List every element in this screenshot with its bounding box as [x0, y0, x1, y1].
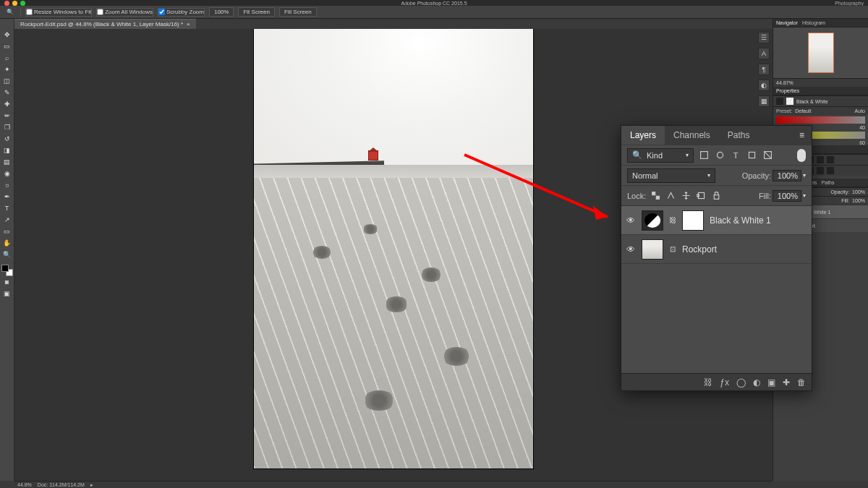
clone-tool[interactable]: ❐ [2, 122, 12, 132]
fit-screen-button[interactable]: Fit Screen [238, 7, 274, 17]
blur-tool[interactable]: ◉ [2, 168, 12, 179]
fill-value[interactable]: 100% [773, 190, 801, 202]
document-tab[interactable]: Rockport-Edit.psd @ 44.8% (Black & White… [14, 19, 196, 29]
layer-mask-thumb[interactable] [682, 210, 704, 231]
layer-name[interactable]: Black & White 1 [710, 215, 771, 226]
status-zoom[interactable]: 44.8% [17, 482, 32, 487]
lock-position-icon[interactable] [681, 191, 691, 201]
hand-tool[interactable]: ✋ [2, 238, 12, 248]
histogram-tab[interactable]: Histogram [802, 20, 825, 25]
navigator-preview[interactable] [773, 27, 868, 78]
link-layers-icon[interactable]: ⛓ [704, 377, 712, 388]
styles-panel-icon[interactable]: ▦ [758, 95, 770, 107]
path-tool[interactable]: ↗ [2, 215, 12, 225]
zoom-all-checkbox[interactable]: Zoom All Windows [96, 8, 153, 17]
navigator-tab[interactable]: Navigator [776, 20, 798, 25]
zoom-tool[interactable]: 🔍 [2, 249, 12, 260]
new-group-icon[interactable]: ▣ [767, 377, 775, 388]
adjustment-thumb[interactable] [642, 210, 663, 231]
character-panel-icon[interactable]: A [758, 48, 770, 59]
visibility-toggle-icon[interactable]: 👁 [626, 244, 636, 254]
blend-mode-dropdown[interactable]: Normal▾ [627, 168, 715, 183]
new-layer-icon[interactable]: ✚ [783, 377, 790, 388]
tab-channels[interactable]: Channels [665, 126, 719, 145]
status-doc-size[interactable]: Doc: 114.2M/114.2M [38, 482, 85, 487]
auto-button[interactable]: Auto [855, 108, 865, 114]
layer-thumb[interactable] [642, 239, 663, 260]
layer-name[interactable]: Rockport [682, 244, 717, 254]
lock-all-icon[interactable] [711, 191, 721, 201]
new-adjustment-icon[interactable]: ◐ [753, 377, 760, 388]
scrubby-zoom-checkbox[interactable]: Scrubby Zoom [158, 8, 205, 17]
zoom-100-button[interactable]: 100% [209, 7, 234, 17]
filter-kind-dropdown[interactable]: 🔍 Kind ▾ [627, 148, 694, 163]
tab-paths[interactable]: Paths [719, 126, 759, 145]
type-tool[interactable]: T [2, 203, 12, 213]
healing-tool[interactable]: ✚ [2, 99, 12, 109]
visibility-toggle-icon[interactable]: 👁 [626, 215, 636, 226]
close-tab-icon[interactable]: × [187, 21, 190, 27]
mini-opacity-value[interactable]: 100% [852, 189, 865, 194]
gradient-tool[interactable]: ▤ [2, 157, 12, 167]
resize-windows-checkbox[interactable]: Resize Windows to Fit [25, 8, 92, 17]
filter-toggle-switch[interactable] [797, 149, 806, 162]
color-swatches[interactable] [1, 265, 13, 276]
filter-type-icon[interactable]: T [730, 150, 741, 161]
mini-fill-value[interactable]: 100% [852, 198, 865, 203]
reds-slider[interactable] [776, 116, 865, 124]
window-minimize-icon[interactable] [12, 1, 17, 6]
brush-tool[interactable]: ✏ [2, 111, 12, 121]
move-tool[interactable]: ✥ [2, 30, 12, 40]
window-zoom-icon[interactable] [20, 1, 25, 6]
fill-control[interactable]: Fill: 100% ▾ [759, 190, 806, 202]
marquee-tool[interactable]: ▭ [2, 41, 12, 51]
eraser-tool[interactable]: ◨ [2, 145, 12, 155]
layer-row[interactable]: 👁 ⊡ Rockport [621, 235, 812, 264]
properties-tab[interactable]: Properties [776, 88, 799, 93]
opacity-control[interactable]: Opacity: 100% ▾ [742, 170, 806, 181]
navigator-panel-header: Navigator Histogram [773, 19, 868, 27]
paragraph-panel-icon[interactable]: ¶ [758, 64, 770, 75]
mini-paths-tab[interactable]: Paths [822, 180, 835, 185]
fill-screen-button[interactable]: Fill Screen [279, 7, 317, 17]
history-brush-tool[interactable]: ↺ [2, 134, 12, 144]
adj-icon[interactable] [817, 156, 824, 163]
status-arrow-icon[interactable]: ▸ [90, 482, 93, 488]
adj-icon[interactable] [827, 156, 834, 163]
lasso-tool[interactable]: ⌕ [2, 53, 12, 63]
properties-preset-row[interactable]: Preset: Default Auto [773, 106, 868, 115]
filter-shape-icon[interactable] [746, 150, 757, 161]
quick-mask-icon[interactable]: ◙ [2, 277, 12, 287]
window-close-icon[interactable] [4, 1, 9, 6]
adj-icon[interactable] [827, 167, 834, 174]
crop-tool[interactable]: ◫ [2, 76, 12, 86]
screen-mode-icon[interactable]: ▣ [2, 288, 12, 299]
opacity-value[interactable]: 100% [773, 170, 801, 181]
quick-select-tool[interactable]: ✦ [2, 64, 12, 74]
add-mask-icon[interactable]: ◯ [736, 377, 746, 388]
pen-tool[interactable]: ✒ [2, 192, 12, 202]
navigator-zoom-value[interactable]: 44.87% [773, 78, 868, 87]
eyedropper-tool[interactable]: ✎ [2, 87, 12, 98]
filter-adjustment-icon[interactable] [714, 150, 726, 161]
link-mask-icon[interactable]: ⛓ [669, 216, 676, 224]
layers-panel[interactable]: Layers Channels Paths ≡ 🔍 Kind ▾ T Norma… [621, 125, 812, 391]
dodge-tool[interactable]: ☼ [2, 180, 12, 190]
delete-layer-icon[interactable]: 🗑 [797, 377, 806, 388]
foreground-color-swatch[interactable] [1, 265, 9, 272]
filter-smart-icon[interactable] [762, 150, 773, 161]
workspace-switcher[interactable]: Photography [835, 1, 864, 6]
layer-row[interactable]: 👁 ⛓ Black & White 1 [621, 206, 812, 235]
tab-layers[interactable]: Layers [621, 126, 665, 145]
document-canvas[interactable] [254, 29, 533, 468]
history-panel-icon[interactable]: ☰ [758, 32, 770, 43]
panel-menu-icon[interactable]: ≡ [792, 130, 812, 140]
filter-pixel-icon[interactable] [698, 150, 710, 161]
adj-icon[interactable] [817, 167, 824, 174]
layer-style-icon[interactable]: ƒx [720, 377, 729, 388]
adjustments-panel-icon[interactable]: ◐ [758, 80, 770, 91]
lock-transparency-icon[interactable] [650, 191, 660, 201]
lock-image-icon[interactable] [665, 191, 676, 201]
lock-artboard-icon[interactable] [696, 191, 706, 201]
shape-tool[interactable]: ▭ [2, 226, 12, 236]
